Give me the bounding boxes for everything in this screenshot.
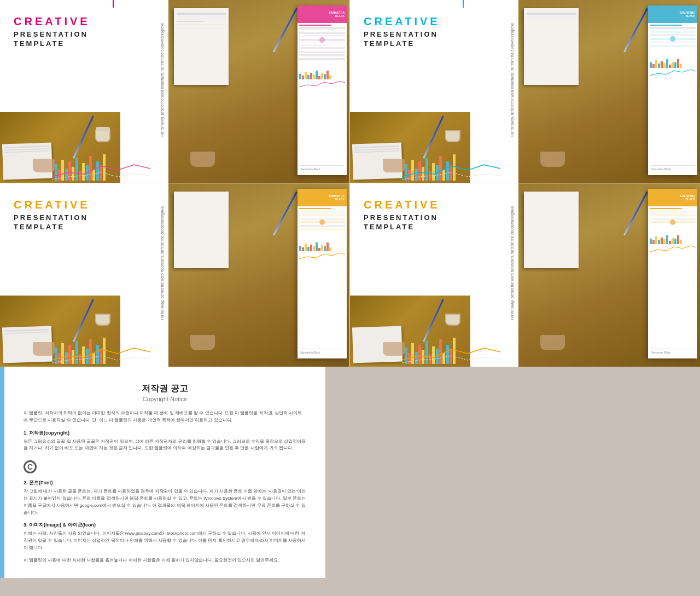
bottom-right-gray bbox=[325, 367, 700, 578]
card-1-rotated-text: Far far away, behind the word mountains,… bbox=[160, 22, 164, 137]
card-3-presentation: PRESENTATION bbox=[14, 213, 160, 222]
card-4-left: CREATIVE PRESENTATION TEMPLATE Far far a… bbox=[350, 183, 518, 367]
card-1-presentation: PRESENTATION bbox=[14, 30, 160, 38]
card-2-template: TEMPLATE bbox=[364, 39, 510, 48]
bottom-section: 저작권 공고 Copyright Notice 이 템플릿, 저작자의 허락이 … bbox=[0, 367, 700, 578]
card-2-right: SAMANTHABLACK bbox=[518, 0, 700, 183]
card-3-left: CREATIVE PRESENTATION TEMPLATE Far far a… bbox=[0, 183, 168, 367]
card-4: CREATIVE PRESENTATION TEMPLATE Far far a… bbox=[350, 183, 700, 367]
card-2-left: CREATIVE PRESENTATION TEMPLATE Far far a… bbox=[350, 0, 518, 183]
card-3-rotated-text: Far far away, behind the word mountains,… bbox=[160, 205, 164, 320]
copyright-section3-title: 3. 이미지(Image) & 아이콘(Icon) bbox=[24, 522, 306, 529]
card-2: CREATIVE PRESENTATION TEMPLATE Far far a… bbox=[350, 0, 700, 183]
card-3-right: SAMANTHABLACK bbox=[168, 183, 349, 367]
card-1: CREATIVE PRESENTATION TEMPLATE Far far a… bbox=[0, 0, 350, 183]
copyright-section3-text: 이에는 사람, 사진들이 사용 되었습니다. 이미지들은 www.pixabay… bbox=[24, 530, 306, 551]
card-1-left: CREATIVE PRESENTATION TEMPLATE Far far a… bbox=[0, 0, 168, 183]
top-accent-right bbox=[463, 0, 464, 8]
top-accent-left bbox=[113, 0, 114, 8]
copyright-title: 저작권 공고 bbox=[24, 383, 306, 395]
copyright-intro: 이 템플릿, 저작자의 허락이 없이는 어떠한 형식의 수정이나 자작물 제 분… bbox=[24, 410, 306, 424]
card-4-rotated-text: Far far away, behind the word mountains,… bbox=[510, 205, 514, 320]
copyright-section1-title: 1. 저작권(copyright) bbox=[24, 430, 306, 437]
card-2-creative: CREATIVE bbox=[364, 15, 510, 28]
card-1-line-chart bbox=[52, 160, 150, 182]
card-1-creative: CREATIVE bbox=[14, 15, 160, 28]
card-2-line-chart bbox=[402, 160, 500, 182]
card-4-presentation: PRESENTATION bbox=[364, 213, 510, 222]
card-4-line-chart bbox=[402, 344, 500, 366]
cards-grid: CREATIVE PRESENTATION TEMPLATE Far far a… bbox=[0, 0, 700, 367]
card-2-presentation: PRESENTATION bbox=[364, 30, 510, 38]
card-1-right: SAMANTHABLACK bbox=[168, 0, 349, 183]
card-1-template: TEMPLATE bbox=[14, 39, 160, 48]
copyright-c-logo: C bbox=[24, 460, 37, 473]
copyright-outro: 이 템플릿의 사용에 대한 자세한 사항들을 올려놓거나 어떠한 사항들은 이에… bbox=[24, 557, 306, 564]
card-3-line-chart bbox=[52, 344, 150, 366]
card-2-rotated-text: Far far away, behind the word mountains,… bbox=[510, 22, 514, 137]
card-4-template: TEMPLATE bbox=[364, 223, 510, 231]
copyright-subtitle: Copyright Notice bbox=[24, 396, 306, 402]
copyright-section1-text: 모든 그림요소의 글꼴 및 사용된 글꼴은 저작권이 있으며, 그에 따른 저작… bbox=[24, 438, 306, 453]
card-4-right: SAMANTHABLACK bbox=[518, 183, 700, 367]
copyright-panel: 저작권 공고 Copyright Notice 이 템플릿, 저작자의 허락이 … bbox=[0, 367, 325, 578]
card-3: CREATIVE PRESENTATION TEMPLATE Far far a… bbox=[0, 183, 350, 367]
card-3-creative: CREATIVE bbox=[14, 199, 160, 211]
card-3-template: TEMPLATE bbox=[14, 223, 160, 231]
copyright-section2-title: 2. 폰트(Font) bbox=[24, 479, 306, 487]
copyright-section2-text: 각 그림에 내가 사용한 글꼴 폰트는, 제가 폰트를 사용하였을 경우에 저작… bbox=[24, 488, 306, 516]
main-container: CREATIVE PRESENTATION TEMPLATE Far far a… bbox=[0, 0, 700, 596]
card-4-creative: CREATIVE bbox=[364, 199, 510, 211]
